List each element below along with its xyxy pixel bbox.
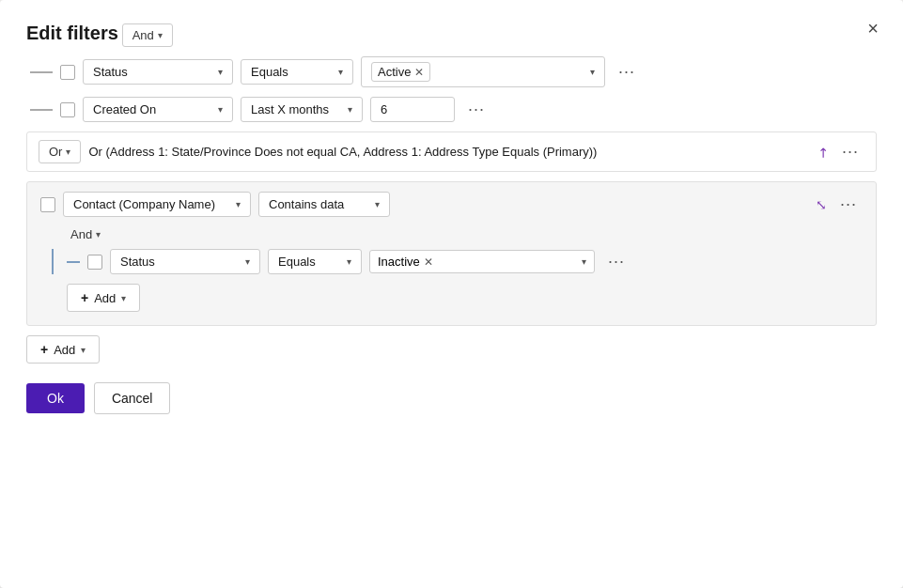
row-1-operator-label: Equals [251,65,288,79]
nested-operator-chevron: ▾ [375,199,380,209]
shrink-icon[interactable]: ⤡ [816,197,827,212]
inactive-dropdown-chevron[interactable]: ▾ [582,256,586,267]
row-connector-1 [30,71,53,73]
bottom-add-plus: + [40,342,48,357]
row-1-operator-chevron: ▾ [338,67,343,77]
inner-row-checkbox[interactable] [87,255,102,270]
footer: Ok Cancel [26,382,877,414]
row-1-checkbox[interactable] [60,65,75,80]
nested-inner-row: Status ▾ Equals ▾ Inactive ✕ ▾ ··· [67,249,863,274]
nested-v-line [52,249,54,274]
inactive-chip-label: Inactive [378,255,420,269]
row-1-field-dropdown[interactable]: Status ▾ [83,59,233,85]
top-logic-dropdown[interactable]: And ▾ [122,23,173,47]
row-2-value-input[interactable] [370,97,455,122]
filter-row-2: Created On ▾ Last X months ▾ ··· [26,97,877,122]
or-logic-dropdown[interactable]: Or ▾ [39,140,81,163]
inactive-chip-remove[interactable]: ✕ [424,255,433,269]
nested-add-wrap: + Add ▾ [67,284,863,312]
row-1-value-tag: Active ✕ ▾ [361,56,605,87]
or-row-text: Or (Address 1: State/Province Does not e… [88,145,810,159]
row-connector-2 [30,109,53,111]
inner-value-dropdown: Inactive ✕ ▾ [369,250,595,273]
row-1-chip-remove[interactable]: ✕ [414,66,424,79]
nested-add-button[interactable]: + Add ▾ [67,284,140,312]
inner-operator-chevron: ▾ [347,256,351,267]
or-complex-row: Or ▾ Or (Address 1: State/Province Does … [26,132,877,172]
nested-group: Contact (Company Name) ▾ Contains data ▾… [26,181,877,326]
nested-and-chevron: ▾ [96,229,101,240]
inactive-chip: Inactive ✕ [378,255,433,269]
row-1-more-button[interactable]: ··· [613,60,641,84]
nested-add-plus: + [81,290,88,305]
row-1-field-label: Status [93,65,128,79]
nested-field-dropdown[interactable]: Contact (Company Name) ▾ [63,192,251,217]
edit-filters-dialog: Edit filters × And ▾ Status ▾ Equals ▾ A… [0,0,903,588]
inner-operator-dropdown[interactable]: Equals ▾ [268,249,362,274]
close-button[interactable]: × [862,17,884,39]
row-1-value-chip: Active ✕ [371,62,430,82]
nested-group-checkbox[interactable] [40,197,55,212]
nested-h-line [67,261,80,263]
cancel-button[interactable]: Cancel [94,382,171,414]
inner-field-chevron: ▾ [245,256,250,267]
row-2-field-chevron: ▾ [218,104,223,115]
bottom-add-label: Add [54,343,75,357]
bottom-add-wrap: + Add ▾ [26,335,877,364]
nested-operator-dropdown[interactable]: Contains data ▾ [258,192,390,217]
or-logic-chevron: ▾ [66,147,70,157]
row-1-value-chevron[interactable]: ▾ [590,67,595,77]
bottom-add-button[interactable]: + Add ▾ [26,335,100,364]
or-logic-label: Or [49,145,62,159]
nested-operator-label: Contains data [269,197,344,211]
top-logic-label: And [132,28,154,42]
row-2-more-button[interactable]: ··· [462,98,490,121]
nested-group-header: Contact (Company Name) ▾ Contains data ▾… [40,192,863,217]
bottom-add-chevron: ▾ [81,345,86,355]
row-2-operator-dropdown[interactable]: Last X months ▾ [241,97,363,122]
expand-icon[interactable]: ↗ [814,143,833,162]
row-2-field-label: Created On [93,102,156,116]
filter-row-1: Status ▾ Equals ▾ Active ✕ ▾ ··· [26,56,877,87]
row-1-operator-dropdown[interactable]: Equals ▾ [241,59,353,85]
nested-field-label: Contact (Company Name) [73,197,215,211]
inner-operator-label: Equals [278,255,316,269]
inner-field-dropdown[interactable]: Status ▾ [110,249,260,274]
inner-row-more-button[interactable]: ··· [602,250,631,273]
row-2-operator-label: Last X months [251,102,329,116]
row-1-chip-label: Active [378,65,411,79]
top-logic-chevron: ▾ [158,30,163,40]
nested-field-chevron: ▾ [236,199,241,209]
row-2-checkbox[interactable] [60,102,75,117]
nested-group-more-button[interactable]: ··· [834,193,863,216]
row-2-field-dropdown[interactable]: Created On ▾ [83,97,233,122]
dialog-title: Edit filters [26,23,118,43]
ok-button[interactable]: Ok [26,383,85,413]
nested-add-chevron: ▾ [121,293,126,303]
nested-add-label: Add [94,291,116,305]
row-2-operator-chevron: ▾ [348,104,352,115]
inner-field-label: Status [120,255,155,269]
or-row-more-button[interactable]: ··· [836,140,864,163]
nested-and-logic: And ▾ [70,227,101,241]
nested-and-label: And [70,227,92,241]
row-1-field-chevron: ▾ [218,67,223,77]
